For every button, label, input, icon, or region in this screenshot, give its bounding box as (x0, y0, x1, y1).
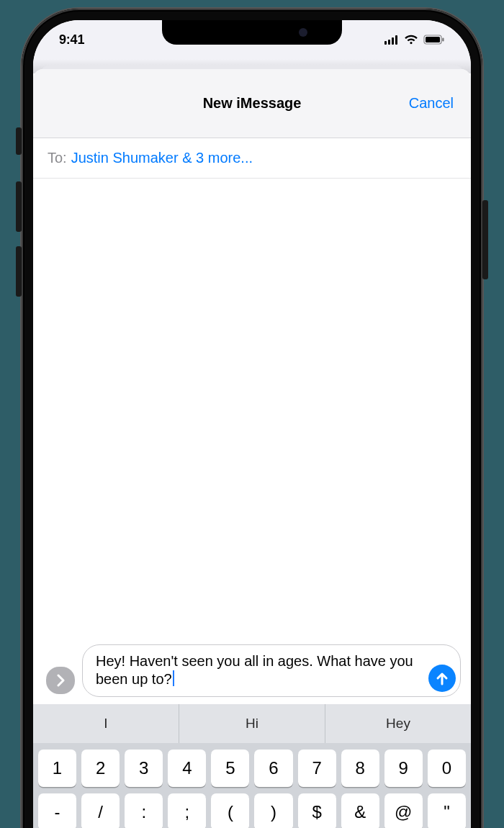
key-slash[interactable]: / (81, 793, 120, 828)
key-8[interactable]: 8 (341, 750, 379, 787)
key-row-2: - / : ; ( ) $ & @ " (33, 787, 471, 828)
compose-bar: Hey! Haven't seen you all in ages. What … (33, 639, 471, 704)
key-row-1: 1 2 3 4 5 6 7 8 9 0 (33, 743, 471, 787)
new-message-sheet: New iMessage Cancel To: Justin Shumaker … (33, 69, 471, 828)
status-time: 9:41 (59, 32, 84, 48)
suggestion-3[interactable]: Hey (325, 704, 471, 743)
svg-rect-6 (442, 38, 444, 42)
key-7[interactable]: 7 (298, 750, 336, 787)
message-input[interactable]: Hey! Haven't seen you all in ages. What … (82, 644, 461, 697)
chevron-right-icon (55, 674, 66, 687)
key-at[interactable]: @ (384, 793, 423, 828)
svg-rect-2 (392, 37, 394, 45)
key-1[interactable]: 1 (38, 750, 76, 787)
key-6[interactable]: 6 (254, 750, 292, 787)
key-4[interactable]: 4 (168, 750, 206, 787)
notch (162, 20, 342, 45)
key-semicolon[interactable]: ; (168, 793, 206, 828)
key-rparen[interactable]: ) (254, 793, 292, 828)
screen: 9:41 New iMessage Cancel To: Justin Shum… (33, 20, 471, 828)
key-amp[interactable]: & (341, 793, 379, 828)
cancel-button[interactable]: Cancel (409, 95, 454, 112)
key-5[interactable]: 5 (211, 750, 249, 787)
key-3[interactable]: 3 (125, 750, 163, 787)
key-quote[interactable]: " (428, 793, 466, 828)
nav-bar: New iMessage Cancel (33, 69, 471, 138)
suggestion-1[interactable]: I (33, 704, 179, 743)
svg-rect-0 (384, 41, 387, 45)
status-icons (384, 35, 445, 45)
quicktype-bar: I Hi Hey (33, 704, 471, 743)
key-lparen[interactable]: ( (211, 793, 249, 828)
key-dollar[interactable]: $ (298, 793, 336, 828)
app-drawer-expand-button[interactable] (46, 667, 75, 694)
to-label: To: (48, 150, 67, 166)
svg-rect-1 (388, 40, 390, 45)
recipients-field[interactable]: To: Justin Shumaker & 3 more... (33, 138, 471, 179)
volume-up-button[interactable] (16, 181, 22, 232)
volume-down-button[interactable] (16, 246, 22, 297)
key-colon[interactable]: : (125, 793, 163, 828)
mute-switch[interactable] (16, 127, 22, 155)
wifi-icon (404, 35, 418, 45)
cellular-icon (384, 35, 399, 45)
suggestion-2[interactable]: Hi (179, 704, 325, 743)
key-2[interactable]: 2 (81, 750, 120, 787)
side-button[interactable] (482, 200, 488, 279)
to-value: Justin Shumaker & 3 more... (71, 150, 253, 166)
battery-icon (423, 35, 445, 45)
svg-rect-3 (395, 35, 397, 45)
arrow-up-icon (436, 671, 449, 685)
key-0[interactable]: 0 (428, 750, 466, 787)
svg-rect-5 (426, 37, 440, 42)
nav-title: New iMessage (203, 95, 302, 112)
keyboard: I Hi Hey 1 2 3 4 5 6 7 8 9 0 - (33, 704, 471, 828)
conversation-thread[interactable] (33, 179, 471, 639)
send-button[interactable] (428, 665, 456, 692)
status-bar: 9:41 (33, 20, 471, 59)
text-cursor (173, 670, 174, 686)
message-input-text: Hey! Haven't seen you all in ages. What … (96, 653, 413, 688)
key-dash[interactable]: - (38, 793, 76, 828)
key-9[interactable]: 9 (384, 750, 423, 787)
camera-icon (299, 28, 307, 37)
phone-frame: 9:41 New iMessage Cancel To: Justin Shum… (22, 9, 482, 828)
